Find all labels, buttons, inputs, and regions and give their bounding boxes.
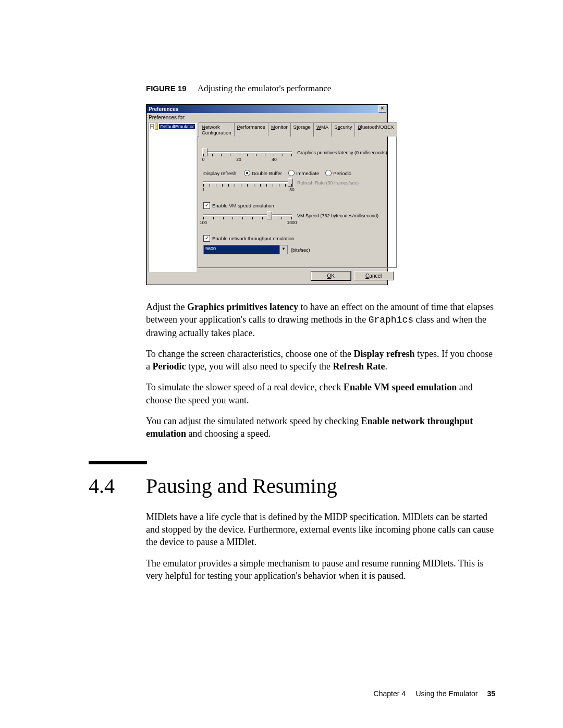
preferences-for-label: Preferences for: <box>146 113 387 122</box>
preferences-window: Preferences × Preferences for: + Default… <box>146 104 388 285</box>
body-text: Adjust the Graphics primitives latency t… <box>146 301 495 440</box>
paragraph: To simulate the slower speed of a real d… <box>146 381 495 406</box>
performance-panel: 0 20 40 Graphics primitives latency (0 m… <box>198 137 397 268</box>
close-icon[interactable]: × <box>378 105 386 113</box>
window-titlebar[interactable]: Preferences × <box>146 105 387 113</box>
ok-button[interactable]: OK <box>311 272 351 280</box>
enable-network-throughput-checkbox[interactable]: ✓Enable network throughput emulation <box>203 235 294 242</box>
tree-expand-icon[interactable]: + <box>150 124 154 129</box>
display-refresh-label: Display refresh: <box>203 170 238 176</box>
refresh-rate-slider[interactable]: 1 30 <box>203 179 292 191</box>
refresh-rate-label: Refresh Rate (30 frames/sec) <box>297 179 359 186</box>
footer-title: Using the Emulator <box>415 689 478 698</box>
enable-vm-speed-checkbox[interactable]: ✓Enable VM speed emulation <box>203 202 274 209</box>
tick-label: 30 <box>289 187 294 192</box>
section-heading: 4.4 Pausing and Resuming <box>89 474 495 498</box>
tick-label: 20 <box>236 157 241 162</box>
tab-security[interactable]: Security <box>331 122 355 137</box>
vm-speed-label: VM Speed (762 bytecodes/millisecond) <box>297 212 378 218</box>
graphics-latency-label: Graphics primitives latency (0 milliseco… <box>297 149 387 155</box>
checkbox-label: Enable network throughput emulation <box>212 236 294 241</box>
tick-label: 0 <box>202 157 205 162</box>
paragraph: To change the screen characteristics, ch… <box>146 348 495 373</box>
tick-label: 40 <box>272 157 276 162</box>
figure-caption-text: Adjusting the emulator's performance <box>198 83 332 93</box>
radio-immediate[interactable]: Immediate <box>288 170 319 176</box>
paragraph: The emulator provides a simple mechanism… <box>146 557 495 583</box>
page-number: 35 <box>487 689 495 698</box>
checkbox-label: Enable VM speed emulation <box>212 203 274 208</box>
cancel-button[interactable]: Cancel <box>354 272 394 280</box>
footer-chapter: Chapter 4 <box>374 689 406 698</box>
tab-performance[interactable]: Performance <box>234 122 268 137</box>
tab-bluetooth[interactable]: Bluetooth/OBEX <box>354 122 397 137</box>
section-rule <box>89 461 147 464</box>
page-footer: Chapter 4 Using the Emulator 35 <box>374 689 495 698</box>
figure-caption: FIGURE 19 Adjusting the emulator's perfo… <box>146 83 495 94</box>
network-speed-combo[interactable]: 9600 ▼ <box>203 245 288 254</box>
radio-double-buffer[interactable]: Double Buffer <box>244 170 282 176</box>
section-body: MIDlets have a life cycle that is define… <box>146 511 495 582</box>
emulator-tree[interactable]: + DefaultEmulator <box>149 122 197 272</box>
tab-wma[interactable]: WMA <box>313 122 332 137</box>
folder-icon <box>155 124 158 130</box>
paragraph: MIDlets have a life cycle that is define… <box>146 511 495 549</box>
chevron-down-icon[interactable]: ▼ <box>279 245 287 254</box>
tab-storage[interactable]: Storage <box>290 122 314 137</box>
tick-label: 1000 <box>287 220 297 225</box>
radio-periodic[interactable]: Periodic <box>325 170 351 176</box>
tick-label: 1 <box>202 187 205 192</box>
graphics-latency-slider[interactable]: 0 20 40 <box>203 149 292 161</box>
window-title: Preferences <box>149 106 178 112</box>
section-number: 4.4 <box>89 474 146 498</box>
tab-monitor[interactable]: Monitor <box>268 122 291 137</box>
network-speed-value: 9600 <box>204 245 279 254</box>
tick-label: 100 <box>200 220 207 225</box>
tab-bar: Network Configuration Performance Monito… <box>198 122 397 137</box>
tree-node-default-emulator[interactable]: + DefaultEmulator <box>150 124 195 130</box>
tab-network[interactable]: Network Configuration <box>199 122 235 137</box>
section-title: Pausing and Resuming <box>146 474 337 498</box>
paragraph: Adjust the Graphics primitives latency t… <box>146 301 495 339</box>
figure-label: FIGURE 19 <box>146 84 187 93</box>
vm-speed-slider[interactable]: 100 1000 <box>203 212 292 224</box>
paragraph: You can adjust the simulated network spe… <box>146 415 495 440</box>
tree-node-label: DefaultEmulator <box>159 124 195 129</box>
network-unit-label: (bits/sec) <box>291 246 310 253</box>
